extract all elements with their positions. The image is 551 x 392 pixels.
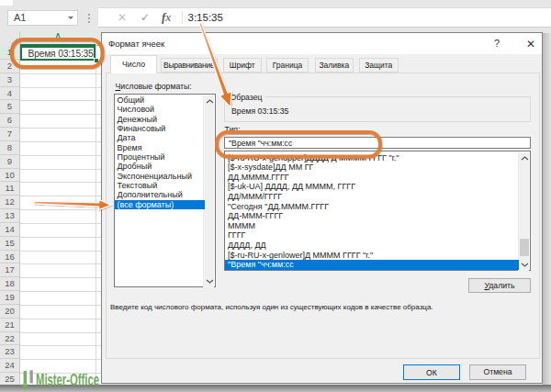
svg-text:Mister-Office: Mister-Office — [36, 370, 99, 389]
